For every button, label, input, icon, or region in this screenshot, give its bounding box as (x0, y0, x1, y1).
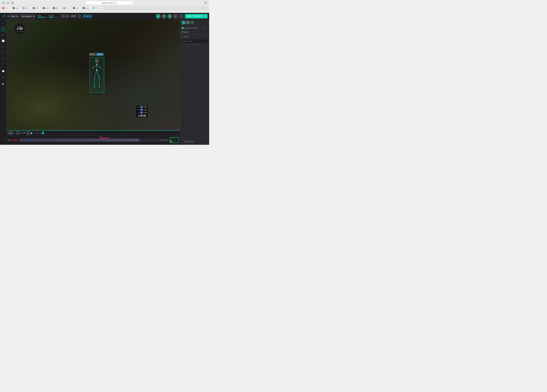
timeline-prev-button[interactable]: ‹ (16, 131, 20, 135)
svg-line-1 (93, 65, 97, 68)
connected-tool[interactable]: ⇄ (1, 74, 6, 80)
timing-time-1: 2:49 (144, 106, 147, 108)
timestamp-badge: ⏱ 08:33 (82, 15, 92, 18)
svg-point-17 (99, 86, 100, 87)
send-review-dropdown-button[interactable]: ▾ (204, 14, 208, 19)
clear-button[interactable]: CLEAR (89, 53, 96, 56)
coarse-progress-fill (49, 17, 53, 18)
cursor-tool[interactable]: ↖ (1, 21, 6, 26)
back-button[interactable]: ‹ (2, 1, 5, 5)
prev-frame-button[interactable]: ⟵ (61, 14, 65, 18)
tab-1[interactable]: alphaf... (12, 7, 21, 10)
tab-3[interactable]: alphaf... (32, 7, 41, 10)
tags-header: 🏷 TAGS (182, 36, 208, 38)
panel-edit-btn[interactable]: ✎ (205, 27, 208, 29)
svg-point-14 (94, 78, 95, 79)
ineos-time: 1:59 (17, 27, 22, 30)
timeline-next-button[interactable]: › (26, 131, 30, 135)
coarse-progress-bar (49, 17, 59, 18)
browser-tabs: YouTu... alphaf... Searc... alphaf... al… (0, 6, 209, 10)
search-favicon (23, 7, 24, 9)
reload-button[interactable]: ⟳ (11, 1, 14, 5)
panel-eye-btn[interactable]: ◉ (202, 27, 205, 29)
zoom-in-tool[interactable]: 🔍 (1, 82, 6, 87)
url-text: darwin.v7labs.com (102, 2, 116, 4)
avatar-nb-label: NB (157, 15, 159, 17)
scaler-subtitle: Topics (96, 136, 113, 140)
trash-button[interactable]: 🗑 (173, 14, 178, 19)
annotation-item-eliud[interactable]: Eliud 2 (182, 31, 208, 33)
timeline-frame-num: 1 (14, 132, 15, 134)
tab-4[interactable]: alphaf... (42, 7, 51, 10)
browser-nav: ‹ › ⟳ darwin.v7labs.com + (0, 0, 209, 6)
svg-line-3 (95, 70, 97, 78)
human-button[interactable]: HUMAN (96, 53, 104, 56)
left-toolbar: ↖ ⊹ ✏ ⬜ ○ 〜 ⬡ ⋮ 💬 ⇄ 🔍 (0, 20, 7, 145)
tab5-favicon (53, 7, 55, 9)
track-bar[interactable]: annotations (20, 138, 169, 142)
tags-hint-text: Select a tag or create one ↓ (182, 44, 199, 46)
tab-search[interactable]: Searc... (22, 7, 31, 10)
tab-kip[interactable]: kipogi... (82, 7, 91, 10)
filmstrip-thumbnail[interactable]: NB (170, 137, 179, 143)
timeline-counter: 1/3735 (21, 132, 26, 134)
tab-v7darwin[interactable]: V7 Darwin (92, 7, 103, 10)
alpha-favicon (73, 7, 75, 9)
progress-group: Fine (38, 15, 48, 18)
address-bar[interactable]: darwin.v7labs.com (85, 1, 133, 5)
annotation-box[interactable] (90, 57, 104, 93)
timing-final-row: 1:56:58 (136, 114, 148, 117)
filmstrip-nb-badge: NB (170, 140, 172, 142)
bounding-box-tool[interactable]: ⬜ (1, 38, 6, 43)
timing-overlay: KM 41 2:49 KM 40 2:50 KM 39 (136, 106, 148, 117)
history-button[interactable]: ↺ (179, 14, 184, 19)
create-tag-button[interactable]: Create Tag (183, 140, 195, 143)
forward-button[interactable]: › (7, 1, 10, 5)
avatar-nb[interactable]: NB (156, 14, 160, 19)
pencil-tool[interactable]: ✏ (1, 33, 6, 38)
tab-bio[interactable]: Bio.H... (62, 7, 71, 10)
annotations-header: ⚡ ANNOTATIONS ○ ◉ ✎ (182, 27, 208, 29)
tool-separator (1, 68, 5, 68)
panel-avatar-3[interactable]: z (190, 20, 194, 24)
cube-tool[interactable]: ⬡ (1, 56, 6, 61)
skeleton-tool[interactable]: ⊹ (1, 27, 6, 32)
polyline-tool[interactable]: 〜 (1, 50, 6, 55)
new-tab-button[interactable]: + (204, 1, 207, 5)
timing-km-3: KM (137, 112, 139, 113)
panel-avatar-2[interactable] (186, 20, 190, 24)
graph-tool[interactable]: ⋮ (1, 61, 6, 67)
tab-youtube[interactable]: YouTu... (1, 7, 11, 10)
label-name-select[interactable]: Eliud (9, 14, 19, 18)
send-to-review-button[interactable]: SEND TO REVIEW (185, 14, 205, 19)
v7-logo[interactable]: V7 (2, 14, 6, 19)
timestamp-value: 08:33 (86, 15, 91, 17)
panel-circle-btn[interactable]: ○ (199, 27, 201, 29)
timing-num-1: 41 (140, 106, 143, 108)
tags-title: TAGS (184, 36, 189, 38)
tab-label: alphaf... (45, 7, 50, 9)
svg-point-11 (100, 68, 101, 68)
ineos-overlay: INEOS 1:59 CHALLENGE (14, 23, 26, 35)
frame-advance-button[interactable]: › (78, 14, 81, 18)
panel-avatar-nb[interactable]: NB (182, 20, 185, 24)
tags-input[interactable] (182, 39, 208, 43)
avatar-circle[interactable] (162, 14, 166, 19)
next-frame-button[interactable]: ⟶ (65, 14, 69, 18)
all-frames-button[interactable]: ALL (8, 131, 13, 135)
label-type-select[interactable]: Generalized (20, 14, 35, 18)
tab-alpha[interactable]: Alpha... (72, 7, 81, 10)
timing-row-3: KM 39 2:50 (136, 111, 148, 114)
percent-label: 99% (8, 139, 11, 141)
tags-hint: Select a tag or create one ↓ (182, 44, 208, 46)
frame-current: 1 (72, 15, 73, 17)
avatar-check[interactable]: ✓ (167, 14, 172, 19)
timeline-play-button[interactable]: ▶ (31, 132, 33, 134)
annotation-color-dot (182, 31, 183, 33)
tags-icon: 🏷 (182, 36, 183, 38)
ellipse-tool[interactable]: ○ (1, 44, 6, 49)
label-select-group: Eliud (7, 14, 19, 18)
comment-tool[interactable]: 💬 (1, 69, 6, 74)
video-frame: INEOS 1:59 CHALLENGE CLEAR HUMAN (7, 20, 180, 130)
tab-5[interactable]: alphaf... (52, 7, 62, 10)
